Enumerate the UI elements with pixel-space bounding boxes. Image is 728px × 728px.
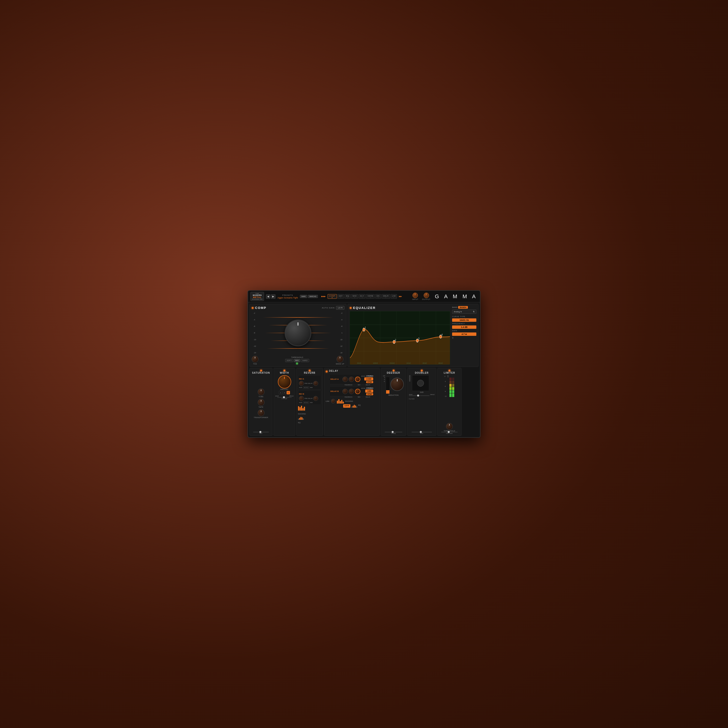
delay-link-knob[interactable] <box>331 399 335 403</box>
comp-led[interactable] <box>252 307 254 309</box>
tab-sat[interactable]: SAT <box>337 294 344 299</box>
comp-makeup-knob[interactable] <box>336 356 343 362</box>
output-knob[interactable] <box>424 293 429 298</box>
eq-led[interactable] <box>350 307 352 309</box>
limiter-gr-label: GR <box>447 375 449 377</box>
delay-led[interactable] <box>326 370 327 373</box>
width-amount-knob[interactable] <box>278 375 291 388</box>
tab-dblr[interactable]: DBLR <box>381 294 390 299</box>
save-button[interactable]: SAVE <box>300 295 307 298</box>
comp-mix-button[interactable]: MIX <box>294 359 300 362</box>
bottom-row: SATURATION TUBE TAPE TRANSFORMER <box>249 368 479 436</box>
width-filter-label: FILTER <box>281 398 287 399</box>
nav-next-button[interactable]: ▶ <box>271 294 275 299</box>
delay-b-time-button[interactable]: 1/8D <box>365 390 373 393</box>
main-area: COMP AUTO GAIN LO FI -2 -4 -6 -8 -10 -12… <box>248 302 480 437</box>
eq-band-value[interactable]: BAND4 <box>458 306 468 309</box>
sat-led[interactable] <box>260 370 262 372</box>
delay-a-mix-label: MIX <box>358 384 360 385</box>
reverb-b-predelay-knob[interactable] <box>299 396 304 401</box>
width-filter-slider[interactable] <box>277 397 292 398</box>
reverb-a-mono-button[interactable]: MONO <box>303 386 309 389</box>
reverb-led[interactable] <box>309 370 310 372</box>
comp-hard-button[interactable]: HARD <box>301 359 309 362</box>
doubler-filter-slider[interactable] <box>409 395 430 396</box>
tabs-prev-arrow[interactable]: ▶▶▶ <box>321 295 326 298</box>
saturation-module: SATURATION TUBE TAPE TRANSFORMER <box>249 368 272 436</box>
input-knob[interactable] <box>413 293 418 298</box>
delay-b-delay-knob[interactable] <box>355 389 360 394</box>
tab-ds[interactable]: DS <box>375 294 381 299</box>
width-led[interactable] <box>283 370 285 372</box>
delay-b-sync-button[interactable]: SYNC <box>366 393 373 395</box>
comp-section: COMP AUTO GAIN LO FI -2 -4 -6 -8 -10 -12… <box>249 304 347 367</box>
comp-makeup-group: MAKE UP <box>336 356 344 365</box>
comp-threshold-knob[interactable] <box>284 320 311 346</box>
limiter-threshold-knob[interactable] <box>446 423 453 430</box>
limiter-ceiling-label: CEILING <box>446 433 453 434</box>
eq-band-label: BAND <box>452 306 457 309</box>
width-mode-b[interactable]: B <box>283 391 286 394</box>
reverb-a-mix-knob[interactable] <box>313 381 318 386</box>
width-mode-buttons: A B C <box>279 391 290 394</box>
tabs-next-arrow[interactable]: ▶▶ <box>399 295 402 298</box>
comp-thd-knob[interactable] <box>252 356 258 362</box>
eq-frequency-value[interactable]: 16431 Hz <box>452 318 476 322</box>
deesser-freq-slider[interactable] <box>385 432 402 433</box>
eq-q-value[interactable]: 4.7 w <box>452 332 476 336</box>
delay-a-feedback-knob[interactable] <box>343 376 348 382</box>
tab-comp[interactable]: COMP <box>327 294 337 299</box>
logo: THE MODERN METAL SONGWRITER <box>251 292 264 301</box>
delay-b-delay-label: DELAY <box>366 396 370 398</box>
reverb-b-mix-label: MIX <box>310 402 313 403</box>
eq-curve-type-label: CURVE TYPE <box>452 316 476 317</box>
comp-bottom: THD THRESHOLD SOFT MIX HARD <box>252 355 344 365</box>
limiter-title: LIMITER <box>444 372 455 374</box>
limiter-ceiling-slider[interactable] <box>441 432 458 433</box>
input-label: INPUT <box>412 298 418 300</box>
delay-a-delay-knob[interactable] <box>355 376 360 382</box>
doubler-filter-label: FILTER <box>409 398 414 400</box>
width-mode-a[interactable]: A <box>279 391 282 394</box>
input-knob-group: INPUT <box>412 293 418 300</box>
nav-prev-button[interactable]: ◀ <box>266 294 270 299</box>
delay-b-feedback-knob[interactable] <box>343 389 348 394</box>
comp-lofi-button[interactable]: LO FI <box>336 306 344 310</box>
eq-gain-value[interactable]: 1.4 dB <box>452 326 476 329</box>
tab-verb[interactable]: VERB <box>366 294 375 299</box>
width-mode-c[interactable]: C <box>287 391 290 394</box>
width-module: WIDTH AMOUNT A B C 20HZ 20KHZ FILTER <box>274 368 295 436</box>
deesser-led[interactable] <box>393 370 395 372</box>
tab-eq[interactable]: EQ <box>344 294 351 299</box>
delay-lofi-button[interactable]: LO FI <box>343 404 350 408</box>
tab-lim[interactable]: LIM <box>391 294 397 299</box>
delay-a-sync-button[interactable]: SYNC <box>366 381 373 383</box>
save-as-button[interactable]: SAVE AS <box>308 295 318 298</box>
width-amount-label: AMOUNT <box>280 388 288 390</box>
sat-tube-knob[interactable] <box>258 388 265 395</box>
sat-mix-slider[interactable] <box>253 432 269 433</box>
plugin-container: THE MODERN METAL SONGWRITER ◀ ▶ PRESETS … <box>248 290 480 438</box>
delay-a-time-button[interactable]: 1/16D <box>364 377 373 381</box>
delay-a-mix-knob[interactable] <box>349 376 354 382</box>
doubler-freq-high: 20KHZ <box>430 394 434 395</box>
sat-transformer-knob[interactable] <box>258 409 265 416</box>
delay-b-mix-knob[interactable] <box>349 389 354 394</box>
delay-a-feedback-label: FEEDBACK <box>344 384 352 385</box>
eq-section: EQUALIZER <box>347 304 479 367</box>
tab-dly[interactable]: DLY <box>359 294 366 299</box>
tab-wid[interactable]: WID <box>351 294 358 299</box>
eq-q-label: Q <box>452 337 476 338</box>
reverb-b-mix-knob[interactable] <box>313 396 318 401</box>
comp-soft-button[interactable]: SOFT <box>285 359 293 362</box>
eq-main: EQUALIZER <box>350 306 450 365</box>
reverb-b-mono-button[interactable]: MONO <box>303 401 309 404</box>
sat-tape-knob[interactable] <box>258 399 265 406</box>
doubler-mix-slider[interactable] <box>411 432 432 433</box>
deesser-reduction-knob[interactable] <box>390 378 404 391</box>
doubler-led[interactable] <box>421 370 423 372</box>
limiter-led[interactable] <box>448 370 450 372</box>
reverb-a-size-label: SIZE <box>299 387 302 388</box>
eq-curve-type-selector[interactable]: Analog N ⇅ <box>452 310 476 314</box>
reverb-a-predelay-knob[interactable] <box>299 381 304 386</box>
